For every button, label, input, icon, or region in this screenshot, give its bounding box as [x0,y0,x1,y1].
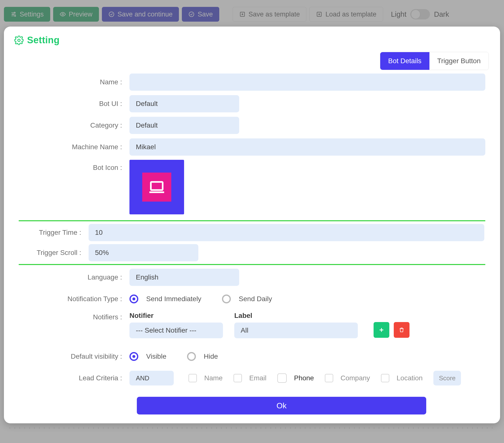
notifier-label-input[interactable]: All [234,323,358,338]
col-label: Label [234,312,358,320]
check-phone-label: Phone [294,374,314,382]
label-default-vis: Default visibility : [19,353,129,360]
label-notifiers: Notifiers : [19,312,129,321]
form-area: Name : Bot UI : Default Category : Defau… [19,73,485,387]
radio-hide-label: Hide [204,353,218,360]
tab-trigger-button[interactable]: Trigger Button [430,52,488,70]
radio-visible[interactable] [129,352,138,361]
check-location-label: Location [397,374,423,382]
radio-send-daily[interactable] [222,294,231,303]
radio-send-daily-label: Send Daily [239,295,272,303]
check-location[interactable] [381,374,389,382]
machine-name-input[interactable]: Mikael [129,138,485,156]
gear-icon [14,36,24,45]
notifier-select[interactable]: --- Select Notifier --- [129,323,223,338]
label-trigger-time: Trigger Time : [20,229,89,237]
col-notifier: Notifier [129,312,223,320]
add-notifier-button[interactable] [374,322,389,338]
svg-rect-9 [151,182,163,190]
ok-button[interactable]: Ok [137,397,426,414]
radio-send-immediately[interactable] [129,294,138,303]
check-email-label: Email [249,374,267,382]
svg-point-8 [18,39,20,42]
check-email[interactable] [234,374,242,382]
botui-select[interactable]: Default [129,95,239,112]
check-company-label: Company [341,374,370,382]
name-input[interactable] [129,73,485,91]
bot-icon-preview[interactable] [129,160,184,214]
trigger-scroll-input[interactable]: 50% [89,244,198,261]
radio-hide[interactable] [187,352,196,361]
trigger-highlight-box: Trigger Time : 10 Trigger Scroll : 50% [19,220,485,265]
label-lead-criteria: Lead Criteria : [19,374,129,382]
check-phone[interactable] [277,374,287,383]
modal-tabs: Bot Details Trigger Button [380,52,489,70]
plus-icon [378,327,385,333]
label-name: Name : [19,78,129,86]
label-boticon: Bot Icon : [19,160,129,171]
radio-visible-label: Visible [146,353,166,360]
modal-title-text: Setting [27,35,60,46]
label-trigger-scroll: Trigger Scroll : [20,249,89,257]
modal-title: Setting [14,35,492,46]
tab-bot-details[interactable]: Bot Details [380,52,429,70]
label-machine: Machine Name : [19,143,129,151]
lead-logic-select[interactable]: AND [129,371,174,386]
language-select[interactable]: English [129,269,239,286]
trigger-time-input[interactable]: 10 [89,224,484,241]
radio-send-immediately-label: Send Immediately [146,295,201,303]
settings-modal: Setting Bot Details Trigger Button Name … [4,27,500,423]
label-language: Language : [19,273,129,281]
label-notif-type: Notification Type : [19,295,129,303]
score-input[interactable]: Score [433,371,461,386]
check-name-label: Name [204,374,223,382]
check-company[interactable] [325,374,333,382]
laptop-icon [142,172,171,202]
trash-icon [399,327,405,333]
check-name[interactable] [189,374,197,382]
label-category: Category : [19,121,129,129]
label-botui: Bot UI : [19,100,129,108]
delete-notifier-button[interactable] [394,322,410,338]
category-select[interactable]: Default [129,117,239,134]
